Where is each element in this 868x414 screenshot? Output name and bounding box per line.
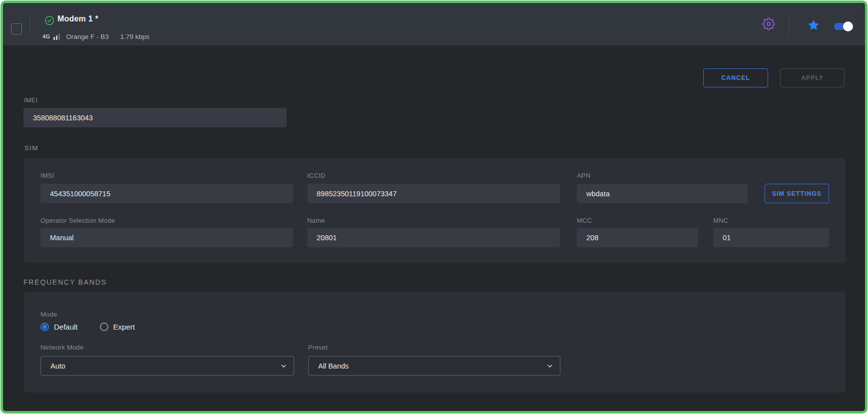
iccid-input[interactable] xyxy=(307,184,560,203)
mnc-input[interactable] xyxy=(713,228,829,247)
star-icon xyxy=(807,18,820,31)
frequency-bands-section-label: FREQUENCY BANDS xyxy=(23,278,107,286)
throughput-value: 1.79 kbps xyxy=(120,33,150,40)
header-divider-left xyxy=(29,15,30,36)
modem-card: Modem 1 * 4G Orange F - B3 · 1.79 kbps xyxy=(0,0,868,414)
header-divider-right xyxy=(789,15,789,35)
mcc-input[interactable] xyxy=(577,228,698,247)
toggle-knob xyxy=(843,21,853,31)
modem-title: Modem 1 * xyxy=(57,14,98,23)
mode-radio-group: Default Expert xyxy=(40,323,135,331)
network-mode-select[interactable]: Auto xyxy=(40,356,294,376)
gear-icon xyxy=(762,17,775,30)
network-tech-badge: 4G xyxy=(42,33,50,39)
imei-label: IMEI xyxy=(24,96,38,104)
settings-gear-button[interactable] xyxy=(762,17,776,31)
sim-settings-button[interactable]: SIM SETTINGS xyxy=(765,184,829,203)
mode-label: Mode xyxy=(40,311,57,318)
preset-label: Preset xyxy=(308,344,328,351)
mnc-label: MNC xyxy=(713,217,728,224)
network-mode-value: Auto xyxy=(50,362,65,370)
operator-selection-mode-input[interactable] xyxy=(40,228,293,247)
apply-button[interactable]: APPLY xyxy=(780,68,845,87)
sim-panel: IMSI ICCID APN SIM SETTINGS Operator Sel… xyxy=(24,158,846,263)
mode-option-expert-label: Expert xyxy=(113,323,135,331)
operator-selection-mode-label: Operator Selection Mode xyxy=(40,217,115,224)
imsi-input[interactable] xyxy=(40,184,293,203)
status-ok-icon xyxy=(44,15,54,25)
operator-name: Orange F - B3 xyxy=(66,33,109,40)
sim-section-label: SIM xyxy=(24,144,38,152)
mode-option-expert[interactable]: Expert xyxy=(100,323,135,331)
frequency-bands-panel: Mode Default Expert Network Mode Auto Pr… xyxy=(24,292,846,393)
separator-dot: · xyxy=(113,34,116,39)
preset-value: All Bands xyxy=(318,362,349,370)
apn-input[interactable] xyxy=(577,184,748,203)
radio-unchecked-icon xyxy=(100,323,108,331)
header: Modem 1 * 4G Orange F - B3 · 1.79 kbps xyxy=(3,3,865,45)
apn-label: APN xyxy=(577,172,590,179)
radio-checked-icon xyxy=(40,323,49,331)
mcc-label: MCC xyxy=(577,217,592,224)
chevron-down-icon xyxy=(280,362,288,370)
cancel-button[interactable]: CANCEL xyxy=(703,68,768,87)
modem-status-row: 4G Orange F - B3 · 1.79 kbps xyxy=(42,32,149,41)
chevron-down-icon xyxy=(546,362,554,370)
imsi-label: IMSI xyxy=(40,172,54,179)
network-mode-label: Network Mode xyxy=(40,344,83,351)
operator-name-input[interactable] xyxy=(307,228,560,247)
signal-strength-icon xyxy=(53,33,60,40)
favorite-star-button[interactable] xyxy=(807,18,820,31)
mode-option-default-label: Default xyxy=(54,323,78,331)
modem-select-checkbox[interactable] xyxy=(11,23,22,34)
preset-select[interactable]: All Bands xyxy=(308,356,560,376)
modem-settings-screen: Modem 1 * 4G Orange F - B3 · 1.79 kbps xyxy=(0,0,868,414)
modem-enable-toggle[interactable] xyxy=(834,23,852,30)
mode-option-default[interactable]: Default xyxy=(40,323,78,331)
operator-name-label: Name xyxy=(307,217,325,224)
iccid-label: ICCID xyxy=(307,172,325,179)
imei-input[interactable] xyxy=(23,108,287,127)
